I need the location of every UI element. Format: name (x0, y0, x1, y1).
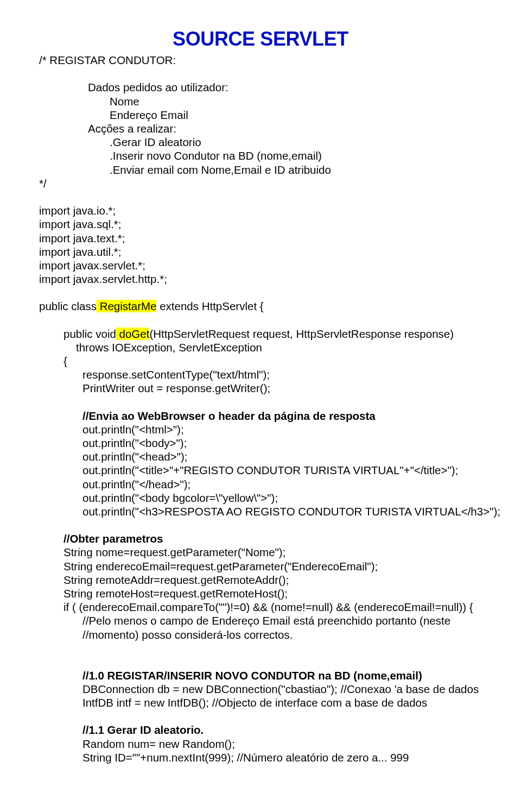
code-line: public void doGet(HttpServletRequest req… (39, 327, 482, 341)
code-line: //momento) posso considerá-los correctos… (39, 628, 482, 641)
code-line: response.setContentType("text/html"); (39, 368, 482, 381)
code-line: import javax.servlet.*; (39, 259, 482, 272)
code-line: /* REGISTAR CONDUTOR: (39, 53, 482, 67)
code-line: out.println("<h3>RESPOSTA AO REGISTO CON… (39, 505, 482, 518)
code-line: PrintWriter out = response.getWriter(); (39, 381, 482, 395)
code-line: out.println("<body bgcolor=\"yellow\">")… (39, 491, 482, 505)
code-comment-bold: //1.0 REGISTAR/INSERIR NOVO CONDUTOR na … (39, 669, 482, 682)
code-line: public class RegistarMe extends HttpServ… (39, 299, 482, 313)
keyword: public void (63, 328, 116, 340)
code-line: out.println("<head>"); (39, 450, 482, 463)
code-line: Acções a realizar: (39, 122, 482, 135)
code-line: String remoteAddr=request.getRemoteAddr(… (39, 573, 482, 587)
page-title: SOURCE SERVLET (39, 27, 482, 51)
code-text: extends HttpServlet { (156, 300, 263, 312)
code-line: out.println("<html>"); (39, 423, 482, 436)
code-line: out.println("</head>"); (39, 477, 482, 491)
code-line: import java.io.*; (39, 204, 482, 217)
code-line: if ( (enderecoEmail.compareTo("")!=0) &&… (39, 600, 482, 614)
code-comment-bold: //Envia ao WebBrowser o header da página… (39, 409, 482, 423)
highlighted-class-name: RegistarMe (97, 300, 157, 312)
code-line: String ID=""+num.nextInt(999); //Número … (39, 751, 482, 764)
code-line: Nome (39, 95, 482, 108)
keyword: public class (39, 300, 97, 312)
code-line: { (39, 354, 482, 368)
code-line: IntfDB intf = new IntfDB(); //Objecto de… (39, 696, 482, 709)
code-line: String remoteHost=request.getRemoteHost(… (39, 587, 482, 600)
code-line: Random num= new Random(); (39, 737, 482, 751)
code-line: .Inserir novo Condutor na BD (nome,email… (39, 149, 482, 162)
highlighted-method-name: doGet (116, 328, 150, 340)
code-line: .Enviar email com Nome,Email e ID atribu… (39, 163, 482, 177)
code-line: Endereço Email (39, 108, 482, 122)
code-line: */ (39, 177, 482, 190)
code-line: //Pelo menos o campo de Endereço Email e… (39, 614, 482, 627)
code-line: out.println("<body>"); (39, 436, 482, 450)
code-line: DBConnection db = new DBConnection("cbas… (39, 682, 482, 696)
code-line: import java.sql.*; (39, 217, 482, 231)
code-line: out.println("<title>"+"REGISTO CONDUTOR … (39, 463, 482, 477)
code-line: import java.text.*; (39, 231, 482, 245)
code-comment-bold: //1.1 Gerar ID aleatorio. (39, 723, 482, 737)
code-line: import java.util.*; (39, 245, 482, 259)
code-comment-bold: //Obter parametros (39, 532, 482, 545)
code-text: (HttpServletRequest request, HttpServlet… (149, 328, 454, 340)
code-line: String enderecoEmail=request.getParamete… (39, 559, 482, 573)
code-line: import javax.servlet.http.*; (39, 272, 482, 286)
code-line: throws IOException, ServletException (39, 341, 482, 354)
code-line: Dados pedidos ao utilizador: (39, 80, 482, 94)
code-line: .Gerar ID aleatorio (39, 135, 482, 149)
code-line: String nome=request.getParameter("Nome")… (39, 545, 482, 559)
